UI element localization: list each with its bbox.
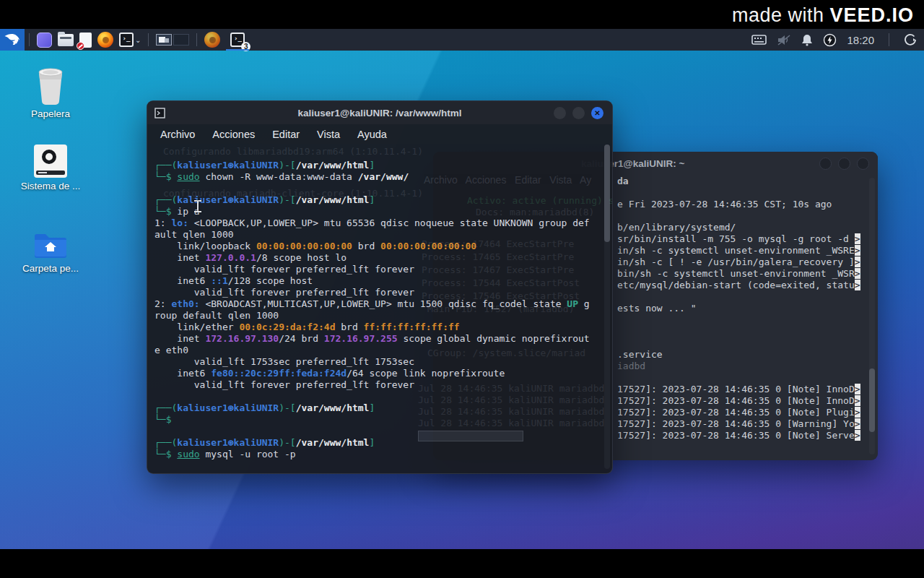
line-wrap-indicator: > [855,233,860,244]
line-wrap-indicator: > [855,268,860,279]
workspace-pager[interactable] [156,34,189,46]
terminal-line [154,183,603,194]
maximize-button[interactable] [572,107,585,119]
menu-item-ayuda[interactable]: Ayuda [357,129,387,140]
line-wrap-indicator: > [855,395,860,406]
launcher-text-editor[interactable] [77,30,95,50]
taskbar-separator [148,33,149,46]
launcher-firefox[interactable] [95,30,116,50]
firefox-icon [97,32,113,48]
kali-menu-button[interactable] [0,29,25,51]
firefox-icon [204,32,220,48]
workspace-1[interactable] [156,34,172,46]
line-wrap-indicator: > [855,384,860,394]
veed-watermark: made with VEED.IO [732,4,914,27]
terminal-line: 17527]: 2023-07-28 14:46:35 0 [Warning] … [617,418,866,430]
minimize-button[interactable] [819,158,832,170]
terminal-line: 1: lo: <LOOPBACK,UP,LOWER_UP> mtu 65536 … [154,217,603,229]
taskbar: ›_ ⌄ ›_ 3 [0,29,924,51]
terminal-line: sr/bin/install -m 755 -o mysql -g root -… [617,233,866,245]
line-wrap-indicator: > [855,407,860,418]
terminal-line: valid_lft 1753sec preferred_lft 1753sec [154,356,603,368]
line-wrap-indicator: > [855,280,860,290]
front-terminal-output: ┌──(kaliuser1⊛kaliUNIR)-[/var/www/html]└… [147,144,612,470]
text-cursor-pointer [193,200,202,212]
terminal-line: inet6 fe80::20c:29ff:feda:f24d/64 scope … [154,368,603,379]
terminal-line: ault qlen 1000 [154,229,603,241]
terminal-line [617,314,866,326]
terminal-line: └─$ ip a [154,206,603,217]
hard-disk-icon [7,144,94,178]
clock[interactable]: 18:20 [847,34,874,46]
close-button[interactable] [857,158,869,170]
desktop-icon-trash[interactable]: Papelera [7,65,94,119]
menu-item-archivo[interactable]: Archivo [160,129,195,140]
trash-icon [7,65,94,105]
terminal-menubar: ArchivoAccionesEditarVistaAyuda [147,124,612,144]
desktop-icon-label: Carpeta pe... [7,263,94,274]
terminal-icon: ›_ [119,33,134,47]
terminal-line: ests now ... " [617,303,866,314]
terminal-line [617,187,866,199]
line-wrap-indicator: > [855,430,860,441]
launcher-terminal[interactable]: ›_ ⌄ [116,30,144,50]
menu-item-editar[interactable]: Editar [272,129,300,140]
terminal-line: └─$ sudo chown -R www-data:www-data /var… [154,171,603,183]
front-window-title: kaliuser1@kaliUNIR: /var/www/html [147,108,612,118]
terminal-line [617,372,866,384]
launcher-file-manager[interactable] [55,30,77,50]
menu-item-acciones[interactable]: Acciones [212,129,255,140]
desktop-icon-label: Sistema de ... [7,181,94,191]
taskbar-separator [196,33,197,46]
terminal-line [617,337,866,349]
notifications-bell-icon[interactable] [801,34,813,46]
terminal-line: 17527]: 2023-07-28 14:46:35 0 [Note] Ser… [617,430,866,441]
power-manager-icon[interactable] [823,33,837,47]
terminal-line: .service [617,349,866,361]
watermark-prefix: made with [732,4,830,26]
taskbar-separator [889,33,889,46]
terminal-line: da [617,176,866,187]
terminal-line [154,148,603,160]
watermark-brand: VEED.IO [829,4,914,26]
terminal-line: link/ether 00:0c:29:da:f2:4d brd ff:ff:f… [154,322,603,333]
terminal-window-active[interactable]: kaliuser1@kaliUNIR: /var/www/html ✕ Arch… [147,100,613,474]
keyboard-icon[interactable] [751,34,767,46]
terminal-line: link/loopback 00:00:00:00:00:00 brd 00:0… [154,241,603,252]
minimize-button[interactable] [554,107,566,119]
terminal-line: inet 127.0.0.1/8 scope host lo [154,252,603,264]
terminal-line: iadbd [617,361,866,372]
terminal-line: 17527]: 2023-07-28 14:46:35 0 [Note] Plu… [617,407,866,418]
terminal-line: ┌──(kaliuser1⊛kaliUNIR)-[/var/www/html] [154,437,603,449]
launcher-app-window[interactable] [34,30,55,50]
workspace-2[interactable] [173,34,189,46]
maximize-button[interactable] [838,158,850,170]
line-wrap-indicator: > [855,245,860,256]
terminal-line: inet6 ::1/128 scope host [154,275,603,287]
desktop-icon-home-folder[interactable]: Carpeta pe... [7,231,94,274]
document-icon [79,33,92,48]
scrollbar-thumb[interactable] [604,144,610,242]
desktop-icon-label: Papelera [7,108,94,119]
terminal-line [154,391,603,402]
terminal-line: 17527]: 2023-07-28 14:46:35 0 [Note] Inn… [617,395,866,407]
terminal-line: valid_lft forever preferred_lft forever [154,287,603,298]
menu-item-vista[interactable]: Vista [317,129,340,140]
kali-logo-icon [4,31,21,48]
line-wrap-indicator: > [855,256,860,267]
terminal-line: in/sh -c [ ! -e /usr/bin/galera_recovery… [617,256,866,268]
task-terminal-active[interactable]: ›_ 3 [227,30,248,50]
close-button[interactable]: ✕ [591,107,603,119]
logout-icon[interactable] [904,33,917,46]
task-firefox[interactable] [201,30,223,50]
terminal-line [154,426,603,437]
desktop-icon-filesystem[interactable]: Sistema de ... [7,144,94,191]
terminal-line: roup default qlen 1000 [154,310,603,322]
scrollbar-thumb[interactable] [869,368,875,432]
letterbox-bottom [0,549,924,578]
home-folder-icon [7,231,94,260]
folder-icon [58,34,74,46]
terminal-line: └─$ sudo mysql -u root -p [154,449,603,460]
audio-muted-icon[interactable] [777,34,791,46]
front-window-titlebar[interactable]: kaliuser1@kaliUNIR: /var/www/html ✕ [147,101,612,124]
